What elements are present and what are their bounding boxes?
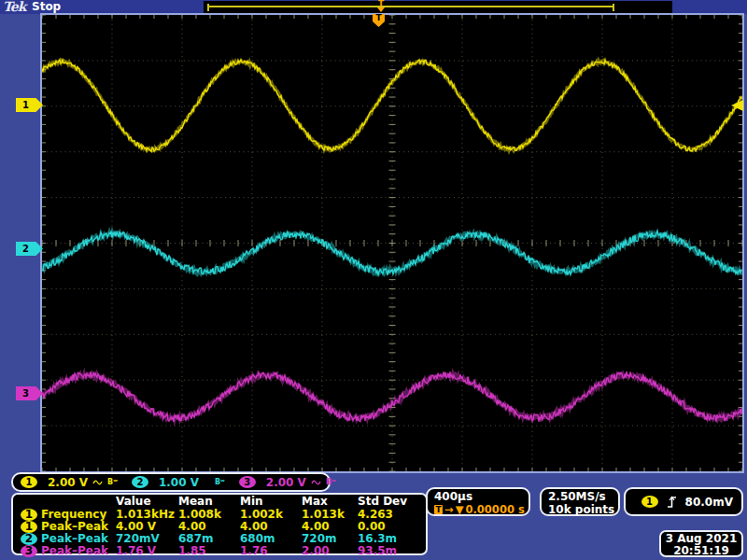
- record-window-left-bracket: [207, 4, 209, 11]
- oscilloscope-screen: Tek Stop T T 1 2 3 1 2.00 V Bʷ: [0, 0, 747, 560]
- ch2-ground-marker[interactable]: 2: [16, 242, 43, 256]
- horizontal-settings-box[interactable]: 400µs T→▼0.00000 s: [426, 487, 530, 516]
- ch3-ground-marker[interactable]: 3: [16, 386, 43, 400]
- waveform-display-area: [40, 13, 744, 473]
- record-length: 10k points: [548, 503, 618, 516]
- ch1-badge: 1: [21, 509, 37, 521]
- record-view-strip[interactable]: T: [204, 1, 672, 13]
- ch2-badge: 2: [21, 533, 37, 545]
- sample-rate: 2.50MS/s: [548, 490, 618, 503]
- sine-icon: [92, 478, 103, 487]
- record-window-bar: [207, 6, 614, 7]
- record-window-right-bracket: [613, 4, 614, 11]
- rising-edge-icon: [667, 496, 677, 509]
- measurement-row-ch1-peakpeak: 1Peak–Peak 4.00 V4.00 4.004.00 0.00: [19, 520, 426, 532]
- bandwidth-icon: Bʷ: [215, 478, 225, 487]
- measurement-header-row: Value Mean Min Max Std Dev: [19, 495, 426, 508]
- measurement-row-ch1-frequency: 1Frequency 1.013kHz1.008k 1.002k1.013k 4…: [19, 508, 426, 520]
- trigger-source-badge: 1: [641, 496, 658, 508]
- ch1-badge[interactable]: 1: [21, 476, 37, 488]
- trigger-t-icon: T: [434, 505, 443, 514]
- ch3-badge[interactable]: 3: [239, 476, 256, 488]
- bandwidth-icon: Bʷ: [326, 478, 336, 487]
- ch1-badge: 1: [21, 521, 37, 533]
- sine-icon: [311, 478, 321, 487]
- time-label: 20:51:19: [661, 545, 741, 557]
- trigger-level: 80.0mV: [685, 496, 733, 509]
- channel-readout-bar: 1 2.00 V Bʷ 2 1.00 V Bʷ 3 2.00 V Bʷ: [11, 472, 331, 492]
- record-window-indicator: [207, 4, 614, 11]
- measurement-row-ch3-peakpeak: 3Peak–Peak 1.76 V1.85 1.762.00 93.5m: [19, 544, 426, 556]
- arrow-right-icon: →: [444, 503, 454, 516]
- acquisition-settings-box[interactable]: 2.50MS/s 10k points: [540, 487, 620, 516]
- measurement-row-ch2-peakpeak: 2Peak–Peak 720mV687m 680m720m 16.3m: [19, 532, 426, 544]
- trigger-position-readout: T→▼0.00000 s: [434, 503, 529, 516]
- record-trigger-position-icon: T: [375, 0, 387, 13]
- top-status-bar: Tek Stop T: [0, 0, 747, 14]
- ch1-ground-marker[interactable]: 1: [16, 98, 43, 112]
- trigger-settings-box[interactable]: 1 80.0mV: [624, 487, 743, 516]
- ch2-badge[interactable]: 2: [132, 476, 148, 488]
- ch2-scale: 1.00 V: [159, 476, 199, 489]
- tek-logo: Tek: [3, 0, 25, 14]
- measurement-table: Value Mean Min Max Std Dev 1Frequency 1.…: [11, 493, 428, 555]
- ch3-badge: 3: [21, 545, 37, 557]
- ch3-scale: 2.00 V: [266, 476, 306, 489]
- triangle-down-icon: ▼: [456, 503, 464, 516]
- waveform-svg: [42, 15, 742, 471]
- acquisition-status: Stop: [32, 0, 61, 13]
- ch1-scale: 2.00 V: [48, 476, 88, 489]
- datetime-box: 3 Aug 2021 20:51:19: [659, 530, 743, 557]
- bandwidth-icon: Bʷ: [107, 478, 118, 487]
- time-per-div: 400µs: [434, 490, 529, 503]
